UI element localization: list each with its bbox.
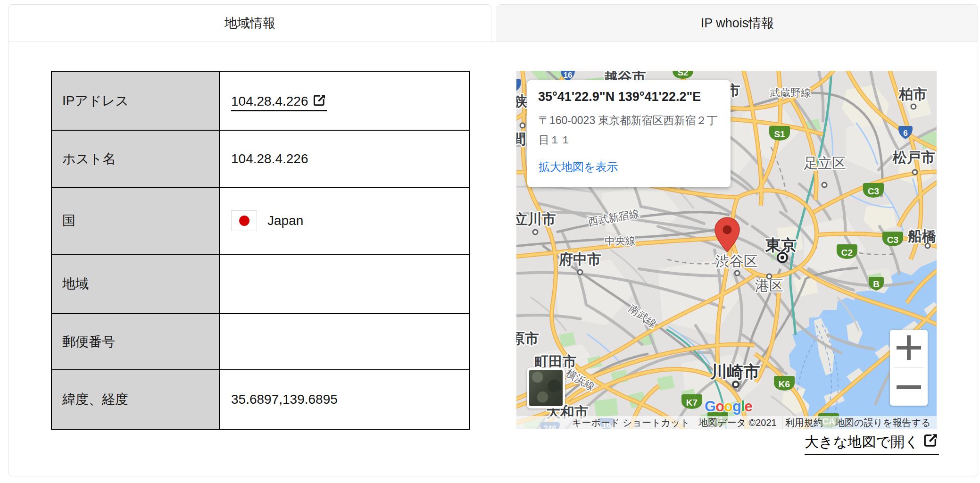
svg-text:K7: K7 (686, 398, 698, 408)
svg-text:東京: 東京 (765, 236, 797, 254)
svg-text:中央線: 中央線 (605, 235, 636, 247)
svg-text:柏市: 柏市 (898, 86, 927, 102)
svg-text:6: 6 (903, 129, 907, 138)
svg-text:C3: C3 (868, 186, 879, 196)
svg-text:足立区: 足立区 (804, 155, 846, 171)
svg-text:渋谷区: 渋谷区 (715, 253, 758, 269)
svg-text:B: B (873, 279, 880, 289)
svg-text:16: 16 (564, 71, 573, 80)
svg-text:K6: K6 (779, 379, 790, 389)
svg-text:港区: 港区 (755, 278, 783, 293)
svg-text:府中市: 府中市 (558, 251, 601, 267)
svg-text:S1: S1 (774, 129, 785, 139)
svg-text:立川市: 立川市 (516, 211, 556, 227)
svg-text:狭: 狭 (516, 93, 527, 109)
svg-text:武蔵野線: 武蔵野線 (770, 87, 811, 99)
svg-text:間: 間 (516, 131, 526, 147)
svg-text:川崎市: 川崎市 (710, 362, 760, 381)
svg-text:松戸市: 松戸市 (892, 150, 935, 165)
svg-text:C3: C3 (887, 235, 898, 245)
svg-text:船橋: 船橋 (907, 228, 937, 244)
svg-text:模原市: 模原市 (516, 331, 539, 346)
svg-text:C2: C2 (841, 248, 853, 258)
svg-text:S2: S2 (677, 71, 688, 77)
